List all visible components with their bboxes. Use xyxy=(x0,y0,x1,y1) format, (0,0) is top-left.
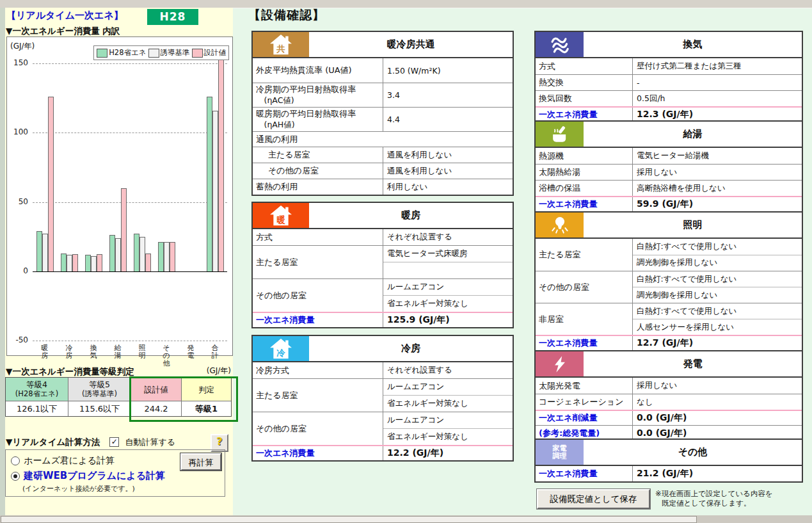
hotwater-value: 59.9 (GJ/年) xyxy=(633,197,802,211)
house-kyou-icon: 共 xyxy=(253,32,309,57)
hotwater-row-浴槽の保温: 浴槽の保温高断熱浴槽を使用しない xyxy=(536,180,802,196)
cooling-value: ルームエアコン省エネルギー対策なし xyxy=(383,412,513,445)
grade5-header-line2: (誘導基準) xyxy=(82,389,117,399)
heating-label: 方式 xyxy=(253,229,383,245)
generation-label: 太陽光発電 xyxy=(536,378,633,394)
common-value-line: 通風を利用しない xyxy=(383,166,513,177)
bar-冷房-H28省エネ xyxy=(61,253,67,271)
ventilation-value: 12.3 (GJ/年) xyxy=(633,108,802,122)
calc-method-heading-row: ▼リアルタイム計算方法 ✓ 自動計算する ? xyxy=(6,435,231,451)
common-value: 4.4 xyxy=(383,108,513,131)
svg-text:暖: 暖 xyxy=(276,214,285,224)
table-title-common: 暖冷房共通 xyxy=(309,32,513,57)
design-value: 244.2 xyxy=(131,401,182,416)
generation-value: 0.0 (GJ/年) xyxy=(633,411,802,425)
horizontal-scrollbar[interactable] xyxy=(0,515,812,523)
heating-row-一次エネ消費量: 一次エネ消費量125.9 (GJ/年) xyxy=(253,312,513,327)
lighting-row-主たる居室: 主たる居室白熱灯:すべてで使用しない調光制御を採用しない xyxy=(536,239,802,271)
x-category-label-給湯: 給湯 xyxy=(113,344,122,360)
common-row-蓄熱の利用: 蓄熱の利用利用しない xyxy=(253,179,513,195)
table-title-generation: 発電 xyxy=(584,351,802,376)
y-tick-label: 150 xyxy=(7,58,28,67)
lighting-value-line: 調光制御を採用しない xyxy=(633,255,802,271)
cooling-label: 冷房方式 xyxy=(253,362,383,378)
lighting-label: 一次エネ消費量 xyxy=(536,336,633,350)
judgement-header: 判定 xyxy=(182,378,231,401)
cooling-label: 主たる居室 xyxy=(253,379,383,412)
grade-unit-label: (GJ/年) xyxy=(207,366,231,376)
heating-value-line: 電気ヒーター式床暖房 xyxy=(383,246,513,262)
grade-heading: ▼一次エネルギー消費量等級判定 xyxy=(6,366,134,378)
ventilation-value-line: 12.3 (GJ/年) xyxy=(633,109,802,120)
hotwater-value-line: 高断熱浴槽を使用しない xyxy=(633,183,802,194)
legend-item: H28省エネ xyxy=(97,48,146,58)
grade4-header-line2: (H28省エネ) xyxy=(15,389,58,399)
lighting-value-line: 12.7 (GJ/年) xyxy=(633,337,802,349)
gridline-0 xyxy=(33,271,227,272)
energy-breakdown-chart: (GJ/年) 150100500-50暖房冷房換気給湯照明その他発電合計H28省… xyxy=(6,36,233,356)
internet-required-note: (インターネット接続が必要です。) xyxy=(22,484,135,494)
generation-value-line: なし xyxy=(633,397,802,408)
cooling-row-主たる居室: 主たる居室ルームエアコン省エネルギー対策なし xyxy=(253,378,513,412)
common-value: 利用しない xyxy=(383,179,513,195)
x-category-label-発電: 発電 xyxy=(186,344,195,360)
equipment-heading: 【設備確認】 xyxy=(248,7,325,24)
common-label: 暖房期の平均日射熱取得率 (ηAH値) xyxy=(253,108,383,131)
recalculate-button[interactable]: 再計算 xyxy=(180,453,221,471)
ventilation-value-line: - xyxy=(633,78,802,88)
hotwater-label: 一次エネ消費量 xyxy=(536,197,633,211)
heating-row-その他の居室: その他の居室ルームエアコン省エネルギー対策なし xyxy=(253,278,513,312)
common-row-外皮平均熱貫流率 (UA値): 外皮平均熱貫流率 (UA値)1.50 (W/m²K) xyxy=(253,58,513,83)
grade4-header: 等級4 (H28省エネ) xyxy=(6,378,68,401)
calc-option-kenken-web[interactable]: 建研WEBプログラムによる計算 xyxy=(6,470,165,482)
ventilation-value-line: 壁付け式第二種または第三種 xyxy=(633,61,802,72)
lighting-value: 12.7 (GJ/年) xyxy=(633,336,802,350)
heating-value-line: ルームエアコン xyxy=(383,279,513,295)
ventilation-label: 熱交換 xyxy=(536,75,633,90)
bar-換気-誘導基準 xyxy=(91,256,97,271)
bar-その他-H28省エネ xyxy=(158,242,164,271)
cooling-value-line: 省エネルギー対策なし xyxy=(383,395,513,412)
calc-method-box: ホームズ君による計算 再計算 建研WEBプログラムによる計算 (インターネット接… xyxy=(5,449,225,497)
bath-icon xyxy=(536,122,584,147)
common-value: 通風を利用しない xyxy=(383,163,513,179)
legend-swatch xyxy=(148,49,159,58)
lighting-row-一次エネ消費量: 一次エネ消費量12.7 (GJ/年) xyxy=(536,335,802,350)
equipment-table-heating: 暖暖房方式それぞれ設置する主たる居室電気ヒーター式床暖房その他の居室ルームエアコ… xyxy=(251,202,514,328)
generation-row-太陽光発電: 太陽光発電採用しない xyxy=(536,378,802,394)
lighting-value-line: 人感センサーを採用しない xyxy=(633,319,802,335)
radio-homeskun-icon[interactable] xyxy=(11,456,20,465)
ventilation-label: 換気回数 xyxy=(536,91,633,106)
grade-judgement-table: 等級4 (H28省エネ) 等級5 (誘導基準) 設計値 判定 126.1以下 1… xyxy=(5,377,232,417)
lighting-row-その他の居室: その他の居室白熱灯:すべてで使用しない調光制御を採用しない xyxy=(536,271,802,303)
equipment-table-ventilation: 換気方式壁付け式第二種または第三種熱交換-換気回数0.5回/h一次エネ消費量12… xyxy=(534,31,803,123)
grade-heading-row: ▼一次エネルギー消費量等級判定 (GJ/年) xyxy=(6,365,231,378)
hotwater-label: 熱源機 xyxy=(536,148,633,164)
common-label: その他の居室 xyxy=(253,163,383,179)
lighting-value-line: 白熱灯:すべてで使用しない xyxy=(633,271,802,287)
bulb-icon xyxy=(536,213,584,237)
generation-value-line: 0.0 (GJ/年) xyxy=(633,412,802,424)
auto-calc-checkbox[interactable]: ✓ xyxy=(109,437,119,447)
gridline-50 xyxy=(33,202,227,203)
grade4-value: 126.1以下 xyxy=(6,401,68,416)
scrollbar-thumb[interactable] xyxy=(1,516,697,523)
svg-text:冷: 冷 xyxy=(276,348,285,357)
common-label: 冷房期の平均日射熱取得率 (ηAC値) xyxy=(253,83,383,107)
calc-option-homeskun[interactable]: ホームズ君による計算 xyxy=(6,455,115,467)
equipment-table-other: 家電調理その他一次エネ消費量21.2 (GJ/年) xyxy=(534,439,803,483)
common-label: 外皮平均熱貫流率 (UA値) xyxy=(253,58,383,83)
bar-給湯-誘導基準 xyxy=(115,238,121,271)
save-defaults-button[interactable]: 設備既定値として保存 xyxy=(537,489,650,509)
generation-row-一次エネ削減量: 一次エネ削減量0.0 (GJ/年) xyxy=(536,410,802,425)
bar-暖房-誘導基準 xyxy=(42,234,48,271)
radio-kenken-web-icon[interactable] xyxy=(11,472,20,481)
cooling-value-line: ルームエアコン xyxy=(383,379,513,395)
lighting-value: 白熱灯:すべてで使用しない人感センサーを採用しない xyxy=(633,303,802,335)
legend-swatch xyxy=(192,49,203,58)
ventilation-row-換気回数: 換気回数0.5回/h xyxy=(536,90,802,106)
heating-value-line: 125.9 (GJ/年) xyxy=(383,314,513,326)
bar-換気-設計値 xyxy=(97,254,102,271)
chart-heading: ▼一次エネルギー消費量 内訳 xyxy=(6,26,120,37)
y-tick-label: 0 xyxy=(7,266,28,275)
